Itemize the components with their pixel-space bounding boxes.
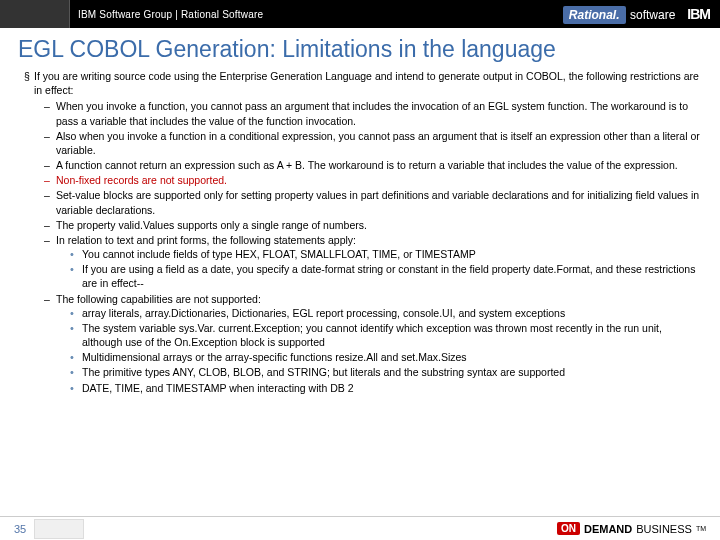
sub-item: array literals, array.Dictionaries, Dict… [70,306,700,320]
restriction-item: The property valid.Values supports only … [44,218,700,232]
footer-tab [34,519,84,539]
content-area: § If you are writing source code using t… [0,69,720,395]
restriction-text: The following capabilities are not suppo… [56,293,261,305]
restriction-text: Also when you invoke a function in a con… [56,130,700,156]
sub-item: The system variable sys.Var. current.Exc… [70,321,700,349]
page-number: 35 [14,523,26,535]
restriction-item: Set-value blocks are supported only for … [44,188,700,216]
rational-badge: Rational. [563,6,626,24]
rational-badge-group: Rational. software [563,5,675,23]
ibm-logo: IBM [687,6,710,22]
sub-item: The primitive types ANY, CLOB, BLOB, and… [70,365,700,379]
header-group-text: IBM Software Group | Rational Software [78,9,263,20]
intro-row: § If you are writing source code using t… [24,69,700,97]
sub-item: Multidimensional arrays or the array-spe… [70,350,700,364]
restriction-item: The following capabilities are not suppo… [44,292,700,395]
intro-bullet: § [24,69,34,97]
restriction-text: Non-fixed records are not supported. [56,174,227,186]
sub-list: You cannot include fields of type HEX, F… [56,247,700,291]
demand-text: DEMAND [584,523,632,535]
restriction-text: When you invoke a function, you cannot p… [56,100,688,126]
software-text: software [630,8,675,22]
sub-item: If you are using a field as a date, you … [70,262,700,290]
restriction-text: Set-value blocks are supported only for … [56,189,699,215]
restriction-item: In relation to text and print forms, the… [44,233,700,291]
header-right: Rational. software IBM [563,5,710,23]
slide-title: EGL COBOL Generation: Limitations in the… [0,28,720,69]
header-left: IBM Software Group | Rational Software [0,0,263,28]
header-tab [0,0,70,28]
footer-right: ON DEMAND BUSINESS TM [557,522,706,535]
restriction-item: A function cannot return an expression s… [44,158,700,172]
restriction-list: When you invoke a function, you cannot p… [24,99,700,394]
restriction-text: The property valid.Values supports only … [56,219,367,231]
business-text: BUSINESS [636,523,692,535]
footer-left: 35 [14,519,84,539]
sub-list: array literals, array.Dictionaries, Dict… [56,306,700,395]
restriction-item: Non-fixed records are not supported. [44,173,700,187]
tm-text: TM [696,525,706,532]
restriction-item: When you invoke a function, you cannot p… [44,99,700,127]
sub-item: You cannot include fields of type HEX, F… [70,247,700,261]
restriction-text: A function cannot return an expression s… [56,159,678,171]
sub-item: DATE, TIME, and TIMESTAMP when interacti… [70,381,700,395]
restriction-text: In relation to text and print forms, the… [56,234,356,246]
footer-bar: 35 ON DEMAND BUSINESS TM [0,516,720,540]
restriction-item: Also when you invoke a function in a con… [44,129,700,157]
intro-text: If you are writing source code using the… [34,69,700,97]
header-bar: IBM Software Group | Rational Software R… [0,0,720,28]
on-badge: ON [557,522,580,535]
